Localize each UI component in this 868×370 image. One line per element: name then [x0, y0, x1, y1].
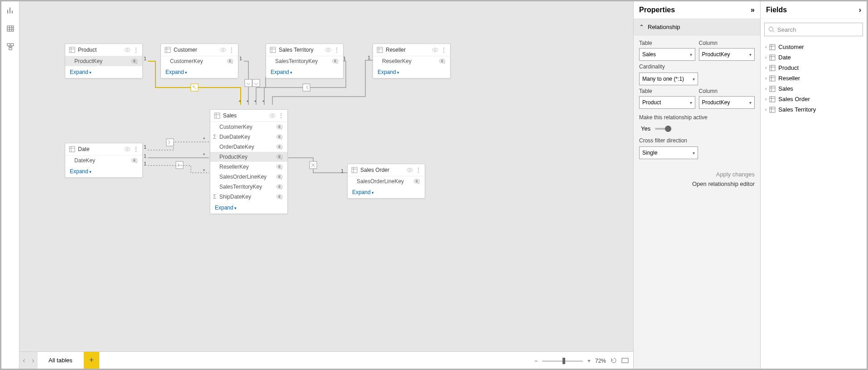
list-item-reseller[interactable]: ›Reseller	[763, 73, 864, 83]
table-card-date[interactable]: Date ⋮ DateKey👁‍🗨 Expand	[65, 143, 143, 178]
select-table1[interactable]: Sales	[639, 48, 695, 61]
expand-link[interactable]: Expand	[65, 166, 142, 177]
refresh-icon[interactable]	[611, 357, 617, 365]
more-icon[interactable]: ⋮	[416, 167, 421, 173]
expand-link[interactable]: Expand	[348, 186, 425, 198]
table-card-header[interactable]: Reseller ⋮	[373, 44, 450, 56]
properties-header[interactable]: Properties »	[634, 1, 760, 19]
table-card-header[interactable]: Sales Order ⋮	[348, 164, 425, 176]
hidden-icon[interactable]: 👁‍🗨	[131, 157, 138, 164]
list-item-salesterritory[interactable]: ›Sales Territory	[763, 104, 864, 115]
hidden-icon[interactable]: 👁‍🗨	[276, 164, 283, 170]
expand-link[interactable]: Expand	[161, 66, 238, 78]
tab-all-tables[interactable]: All tables	[38, 352, 84, 369]
table-card-header[interactable]: Sales ⋮	[210, 110, 287, 122]
table-card-product[interactable]: Product ⋮ ProductKey👁‍🗨 Expand	[65, 44, 143, 78]
field-salesterritorykey[interactable]: SalesTerritoryKey👁‍🗨	[266, 56, 343, 66]
open-editor-link[interactable]: Open relationship editor	[639, 180, 755, 187]
visibility-icon[interactable]	[325, 48, 331, 52]
field-customerkey[interactable]: CustomerKey👁‍🗨	[161, 56, 238, 66]
table-card-customer[interactable]: Customer ⋮ CustomerKey👁‍🗨 Expand	[160, 44, 238, 78]
field-orderdatekey[interactable]: OrderDateKey👁‍🗨	[210, 142, 287, 152]
table-card-header[interactable]: Product ⋮	[65, 44, 142, 56]
field-duedatekey[interactable]: ΣDueDateKey👁‍🗨	[210, 132, 287, 142]
hidden-icon[interactable]: 👁‍🗨	[276, 144, 283, 150]
table-card-reseller[interactable]: Reseller ⋮ ResellerKey👁‍🗨 Expand	[373, 44, 451, 78]
list-item-sales[interactable]: ›Sales	[763, 83, 864, 94]
hidden-icon[interactable]: 👁‍🗨	[276, 194, 283, 200]
select-column1[interactable]: ProductKey	[699, 48, 755, 61]
hidden-icon[interactable]: 👁‍🗨	[276, 184, 283, 190]
table-card-header[interactable]: Date ⋮	[65, 143, 142, 156]
field-salesorderlinekey[interactable]: SalesOrderLineKey👁‍🗨	[210, 172, 287, 182]
field-salesorderlinekey[interactable]: SalesOrderLineKey👁‍🗨	[348, 176, 425, 186]
field-productkey[interactable]: ProductKey👁‍🗨	[210, 152, 287, 162]
expand-link[interactable]: Expand	[65, 66, 142, 78]
visibility-icon[interactable]	[220, 48, 226, 52]
list-item-customer[interactable]: ›Customer	[763, 42, 864, 52]
more-icon[interactable]: ⋮	[278, 112, 284, 119]
visibility-icon[interactable]	[124, 147, 131, 151]
model-canvas[interactable]: 1 * 1 * 1 * 1 * 1 * 1 * 1 * 1 1 Product …	[19, 1, 633, 351]
collapse-pane-icon[interactable]: »	[751, 6, 755, 14]
svg-point-16	[222, 49, 224, 51]
field-resellerkey[interactable]: ResellerKey👁‍🗨	[210, 162, 287, 172]
hidden-icon[interactable]: 👁‍🗨	[276, 154, 283, 160]
field-salesterritorykey[interactable]: SalesTerritoryKey👁‍🗨	[210, 182, 287, 192]
table-card-sales[interactable]: Sales ⋮ CustomerKey👁‍🗨 ΣDueDateKey👁‍🗨 Or…	[210, 109, 288, 214]
more-icon[interactable]: ⋮	[334, 47, 339, 53]
select-table2[interactable]: Product	[639, 96, 695, 109]
list-item-salesorder[interactable]: ›Sales Order	[763, 94, 864, 104]
apply-changes-link[interactable]: Apply changes	[639, 171, 755, 178]
tab-arrows[interactable]: ‹›	[19, 352, 38, 369]
field-shipdatekey[interactable]: ΣShipDateKey👁‍🗨	[210, 192, 287, 202]
hidden-icon[interactable]: 👁‍🗨	[413, 178, 420, 185]
visibility-icon[interactable]	[432, 48, 438, 52]
select-crossfilter[interactable]: Single	[639, 146, 698, 159]
expand-link[interactable]: Expand	[266, 66, 343, 78]
field-datekey[interactable]: DateKey👁‍🗨	[65, 156, 142, 166]
search-input[interactable]: Search	[764, 23, 863, 36]
table-icon	[69, 47, 75, 53]
section-header[interactable]: ⌃ Relationship	[634, 19, 760, 35]
expand-link[interactable]: Expand	[210, 202, 287, 214]
fit-to-page-icon[interactable]	[621, 358, 629, 365]
more-icon[interactable]: ⋮	[229, 47, 234, 53]
expand-link[interactable]: Expand	[373, 66, 450, 78]
zoom-out-button[interactable]: −	[534, 358, 538, 364]
more-icon[interactable]: ⋮	[133, 146, 139, 152]
hidden-icon[interactable]: 👁‍🗨	[227, 58, 233, 64]
select-column2[interactable]: ProductKey	[699, 96, 755, 109]
select-cardinality[interactable]: Many to one (*:1)	[639, 73, 698, 85]
table-card-header[interactable]: Sales Territory ⋮	[266, 44, 343, 56]
visibility-icon[interactable]	[124, 48, 131, 52]
hidden-icon[interactable]: 👁‍🗨	[131, 58, 138, 64]
zoom-in-button[interactable]: +	[587, 358, 591, 364]
visibility-icon[interactable]	[269, 113, 276, 118]
field-resellerkey[interactable]: ResellerKey👁‍🗨	[373, 56, 450, 66]
hidden-icon[interactable]: 👁‍🗨	[276, 124, 283, 130]
hidden-icon[interactable]: 👁‍🗨	[276, 134, 283, 140]
more-icon[interactable]: ⋮	[133, 47, 139, 53]
zoom-slider[interactable]	[542, 360, 583, 362]
table-card-salesterritory[interactable]: Sales Territory ⋮ SalesTerritoryKey👁‍🗨 E…	[266, 44, 344, 78]
list-item-product[interactable]: ›Product	[763, 63, 864, 73]
collapse-pane-icon[interactable]: ›	[859, 6, 861, 14]
add-tab-button[interactable]: +	[84, 352, 99, 369]
visibility-icon[interactable]	[407, 168, 413, 172]
table-card-header[interactable]: Customer ⋮	[161, 44, 238, 56]
data-view-icon[interactable]	[5, 23, 16, 34]
hidden-icon[interactable]: 👁‍🗨	[276, 174, 283, 180]
fields-header[interactable]: Fields ›	[761, 1, 867, 19]
table-card-salesorder[interactable]: Sales Order ⋮ SalesOrderLineKey👁‍🗨 Expan…	[347, 164, 425, 199]
field-customerkey[interactable]: CustomerKey👁‍🗨	[210, 122, 287, 132]
hidden-icon[interactable]: 👁‍🗨	[439, 58, 446, 64]
list-item-date[interactable]: ›Date	[763, 52, 864, 63]
field-productkey[interactable]: ProductKey👁‍🗨	[65, 56, 142, 66]
more-icon[interactable]: ⋮	[441, 47, 446, 53]
hidden-icon[interactable]: 👁‍🗨	[332, 58, 339, 64]
model-view-icon[interactable]	[5, 41, 16, 52]
report-view-icon[interactable]	[5, 5, 16, 16]
toggle-active[interactable]: Yes	[641, 125, 755, 132]
svg-rect-3	[9, 48, 12, 50]
